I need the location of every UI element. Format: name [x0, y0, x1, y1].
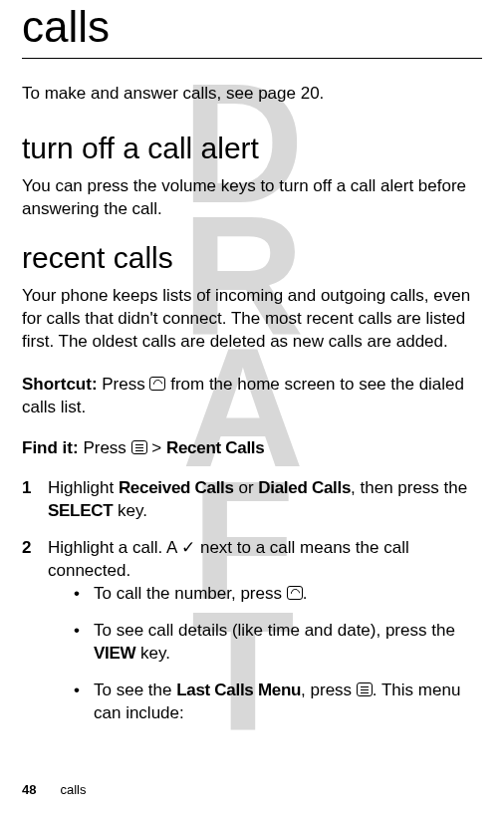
last-calls-menu-label: Last Calls Menu [176, 680, 301, 699]
page-content: calls To make and answer calls, see page… [22, 0, 482, 725]
step-2: 2 Highlight a call. A ✓ next to a call m… [22, 537, 482, 725]
received-calls-label: Received Calls [119, 478, 234, 497]
b2-pre: To see call details (like time and date)… [94, 621, 455, 640]
step-number: 2 [22, 537, 31, 560]
numbered-steps: 1 Highlight Received Calls or Dialed Cal… [22, 477, 482, 724]
bullet-call-number: To call the number, press . [74, 583, 482, 606]
call-key-icon [287, 586, 303, 600]
call-key-icon [149, 377, 165, 391]
b1-post: . [303, 584, 308, 603]
page-number: 48 [22, 782, 36, 797]
page-footer: 48calls [22, 782, 86, 797]
bullet-last-calls-menu: To see the Last Calls Menu, press . This… [74, 679, 482, 725]
menu-key-icon [131, 440, 147, 454]
findit-recent: Recent Calls [166, 438, 264, 457]
menu-key-icon [357, 682, 373, 696]
page-title: calls [22, 0, 482, 56]
b3-pre: To see the [94, 680, 176, 699]
select-key-label: SELECT [48, 501, 113, 520]
findit-line: Find it: Press > Recent Calls [22, 437, 482, 460]
intro-text: To make and answer calls, see page 20. [22, 83, 482, 106]
findit-pre: Press [79, 438, 131, 457]
shortcut-label: Shortcut: [22, 375, 98, 394]
findit-gt: > [147, 438, 166, 457]
step-1: 1 Highlight Received Calls or Dialed Cal… [22, 477, 482, 523]
step1-mid: , then press the [351, 478, 467, 497]
checkmark-icon: ✓ [181, 538, 195, 557]
recent-body: Your phone keeps lists of incoming and o… [22, 285, 482, 354]
turnoff-body: You can press the volume keys to turn of… [22, 175, 482, 221]
view-key-label: VIEW [94, 644, 135, 663]
section-heading-recent: recent calls [22, 241, 482, 275]
step2-pre: Highlight a call. A [48, 538, 181, 557]
findit-label: Find it: [22, 438, 79, 457]
title-rule [22, 58, 482, 59]
b2-post: key. [135, 644, 170, 663]
shortcut-line: Shortcut: Press from the home screen to … [22, 374, 482, 419]
shortcut-pre: Press [98, 375, 150, 394]
step1-pre: Highlight [48, 478, 119, 497]
step1-or: or [234, 478, 259, 497]
step-number: 1 [22, 477, 31, 500]
footer-section: calls [60, 782, 86, 797]
b1-pre: To call the number, press [94, 584, 287, 603]
b3-mid: , press [301, 680, 357, 699]
section-heading-turnoff: turn off a call alert [22, 132, 482, 165]
bullet-call-details: To see call details (like time and date)… [74, 620, 482, 666]
step1-post: key. [113, 501, 147, 520]
dialed-calls-label: Dialed Calls [258, 478, 351, 497]
sub-bullets: To call the number, press . To see call … [48, 583, 482, 725]
